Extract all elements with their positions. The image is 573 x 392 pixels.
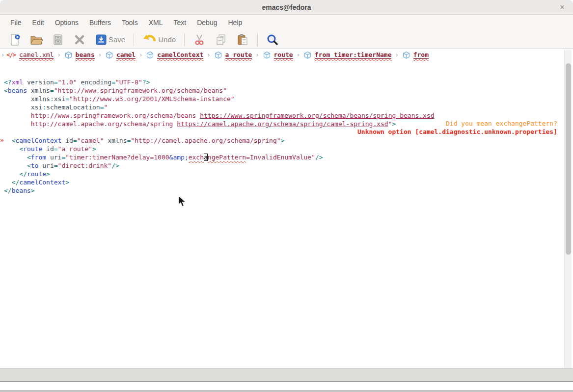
error-fringe-marker: » <box>0 136 4 144</box>
code-line: </camelContext> <box>4 178 573 186</box>
menu-bar: File Edit Options Buffers Tools XML Text… <box>0 15 573 30</box>
code-line: <to uri="direct:drink"/> <box>4 161 573 170</box>
menu-edit[interactable]: Edit <box>27 15 50 30</box>
code-line: <from uri="timer:timerName?delay=1000&am… <box>4 153 573 161</box>
chevron-right-icon: › <box>293 52 303 58</box>
menu-debug[interactable]: Debug <box>191 15 222 30</box>
save-label: Save <box>109 35 125 44</box>
window-title: emacs@fedora <box>0 0 573 15</box>
chevron-right-icon: › <box>136 52 146 58</box>
new-file-button[interactable] <box>4 31 26 49</box>
copy-button[interactable] <box>210 31 232 49</box>
chevron-right-icon: › <box>203 52 214 58</box>
paste-button[interactable] <box>232 31 253 49</box>
code-line: http://www.springframework.org/schema/be… <box>4 111 573 120</box>
code-tag-icon: </> <box>6 52 16 58</box>
breadcrumb-item-route[interactable]: route <box>263 51 293 59</box>
lsp-hint-annotation: Did you mean exchangePattern? <box>446 119 557 128</box>
cube-icon <box>263 51 271 59</box>
clipboard-icon <box>236 33 249 46</box>
cube-icon <box>303 51 312 59</box>
tool-bar: Save Undo <box>0 30 573 49</box>
chevron-right-icon: › <box>1 52 6 58</box>
scrollbar-thumb[interactable] <box>566 63 571 255</box>
menu-options[interactable]: Options <box>50 15 84 30</box>
undo-icon <box>142 34 157 46</box>
code-line: <route id="a route"> <box>4 145 573 153</box>
menu-text[interactable]: Text <box>168 15 192 30</box>
code-line: </beans> <box>4 186 573 195</box>
cube-icon <box>146 51 154 59</box>
mode-line: U:**-camel.xmlAll L10(nXML Valid company… <box>0 368 573 382</box>
chevron-right-icon: › <box>391 52 402 58</box>
breadcrumb-item-a-route[interactable]: a route <box>214 51 252 59</box>
cube-icon <box>402 51 410 59</box>
code-line: <camelContext id="camel" xmlns="http://c… <box>4 136 573 145</box>
copy-icon <box>215 33 227 46</box>
breadcrumb-item-from[interactable]: from <box>402 51 429 59</box>
lsp-error-annotation: Unknown option [camel.diagnostic.unknown… <box>357 128 557 136</box>
search-icon <box>266 33 279 46</box>
undo-label: Undo <box>158 35 176 44</box>
breadcrumb-item-from-timer[interactable]: from timer:timerName <box>303 51 392 59</box>
menu-file[interactable]: File <box>5 15 27 30</box>
title-bar: emacs@fedora × <box>0 0 573 15</box>
echo-area <box>0 382 573 390</box>
close-icon[interactable]: × <box>556 1 568 13</box>
open-file-button[interactable] <box>26 31 47 49</box>
x-icon <box>73 33 86 46</box>
toolbar-separator <box>184 33 185 46</box>
url-link[interactable]: https://www.springframework.org/schema/b… <box>200 112 434 119</box>
vertical-scrollbar[interactable] <box>564 50 572 368</box>
directory-button[interactable] <box>47 31 69 49</box>
file-cabinet-icon <box>52 33 64 46</box>
undo-button[interactable]: Undo <box>138 31 180 49</box>
breadcrumb-item-beans[interactable]: beans <box>64 51 95 59</box>
code-line: </route> <box>4 170 573 178</box>
chevron-right-icon: › <box>54 52 64 58</box>
close-buffer-button[interactable] <box>69 31 90 49</box>
new-file-icon <box>8 33 21 46</box>
menu-help[interactable]: Help <box>222 15 247 30</box>
save-icon <box>95 33 108 46</box>
save-button[interactable]: Save <box>90 31 130 49</box>
breadcrumb-item-file[interactable]: camel.xml <box>19 51 54 59</box>
scissors-icon <box>193 33 206 46</box>
cube-icon <box>105 51 113 59</box>
menu-buffers[interactable]: Buffers <box>84 15 116 30</box>
toolbar-separator <box>134 33 134 46</box>
menu-xml[interactable]: XML <box>143 15 168 30</box>
window-bottom-edge <box>0 390 573 392</box>
code-lines: <?xml version="1.0" encoding="UTF-8"?><b… <box>0 78 573 195</box>
code-line: xsi:schemaLocation=" <box>4 103 573 111</box>
url-link[interactable]: https://camel.apache.org/schema/spring/c… <box>177 120 388 128</box>
cube-icon <box>214 51 222 59</box>
code-line: xmlns:xsi="http://www.w3.org/2001/XMLSch… <box>4 95 573 103</box>
toolbar-separator <box>257 33 258 46</box>
editor-buffer[interactable]: <?xml version="1.0" encoding="UTF-8"?><b… <box>0 61 573 368</box>
open-folder-icon <box>30 33 43 46</box>
chevron-right-icon: › <box>252 52 262 58</box>
code-line: <?xml version="1.0" encoding="UTF-8"?> <box>4 78 573 86</box>
search-button[interactable] <box>262 31 283 49</box>
chevron-right-icon: › <box>95 52 105 58</box>
code-line: <beans xmlns="http://www.springframework… <box>4 86 573 95</box>
cube-icon <box>64 51 73 59</box>
breadcrumb-item-camelcontext[interactable]: camelContext <box>146 51 203 59</box>
breadcrumb: › </> camel.xml › beans › camel › camelC… <box>0 49 573 61</box>
text-cursor: a <box>204 154 208 161</box>
menu-tools[interactable]: Tools <box>116 15 143 30</box>
cut-button[interactable] <box>189 31 210 49</box>
breadcrumb-item-camel[interactable]: camel <box>105 51 136 59</box>
